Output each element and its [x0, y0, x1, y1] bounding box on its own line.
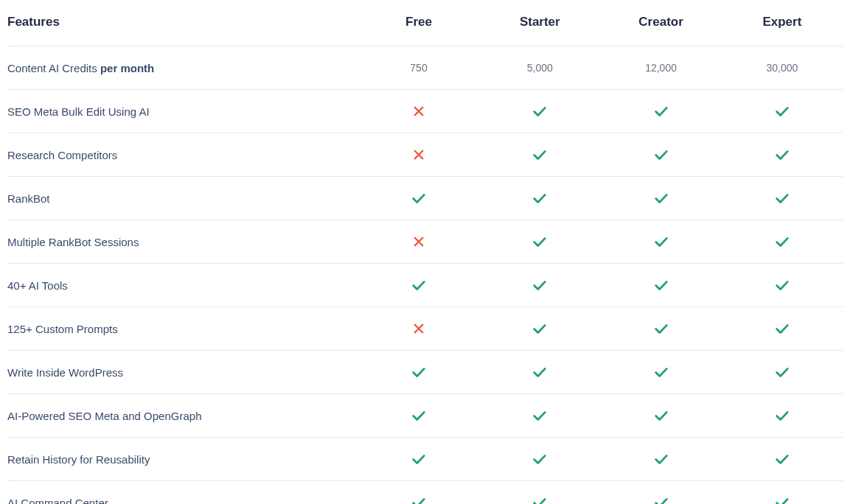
feature-label-text: Write Inside WordPress: [7, 366, 123, 379]
plan-cell: [600, 264, 721, 307]
check-icon: [774, 277, 790, 293]
table-row: SEO Meta Bulk Edit Using AI: [7, 90, 843, 133]
check-icon: [774, 190, 790, 206]
check-icon: [532, 103, 548, 119]
features-header: Features: [7, 7, 358, 46]
feature-label: 40+ AI Tools: [7, 264, 358, 307]
check-icon: [532, 277, 548, 293]
table-row: 125+ Custom Prompts: [7, 307, 843, 351]
feature-label-text: Multiple RankBot Sessions: [7, 236, 139, 248]
plan-cell: [358, 394, 479, 438]
check-icon: [774, 103, 790, 119]
table-row: Research Competitors: [7, 133, 843, 177]
plan-header-creator: Creator: [600, 7, 721, 46]
plan-cell: 30,000: [722, 46, 843, 90]
feature-label: Multiple RankBot Sessions: [7, 220, 358, 264]
table-row: 40+ AI Tools: [7, 264, 843, 307]
table-row: Multiple RankBot Sessions: [7, 220, 843, 264]
check-icon: [774, 494, 790, 504]
check-icon: [653, 277, 669, 293]
feature-label-text: 125+ Custom Prompts: [7, 323, 118, 335]
check-icon: [411, 407, 427, 424]
check-icon: [411, 494, 427, 504]
check-icon: [532, 147, 548, 163]
feature-label: Research Competitors: [7, 133, 358, 177]
plan-cell: [600, 177, 721, 220]
plan-header-starter: Starter: [479, 7, 600, 46]
plan-cell: [479, 481, 600, 505]
cross-icon: [412, 235, 425, 248]
plan-cell-value: 30,000: [766, 62, 798, 74]
plan-cell: [722, 307, 843, 351]
check-icon: [411, 451, 427, 467]
table-row: Content AI Credits per month7505,00012,0…: [7, 46, 843, 90]
check-icon: [653, 234, 669, 250]
check-icon: [411, 190, 427, 206]
table-row: AI Command Center: [7, 481, 843, 505]
plan-cell: [600, 220, 721, 264]
feature-label: RankBot: [7, 177, 358, 220]
plan-cell: [358, 133, 479, 177]
plan-cell: [722, 438, 843, 481]
feature-label-text: RankBot: [7, 192, 50, 205]
check-icon: [532, 364, 548, 380]
check-icon: [774, 234, 790, 250]
feature-label: SEO Meta Bulk Edit Using AI: [7, 90, 358, 133]
check-icon: [774, 451, 790, 467]
check-icon: [653, 190, 669, 206]
feature-label: AI Command Center: [7, 481, 358, 505]
check-icon: [653, 103, 669, 119]
plan-cell: [479, 307, 600, 351]
pricing-feature-table: Features Free Starter Creator Expert Con…: [7, 7, 843, 504]
plan-cell: [358, 177, 479, 220]
check-icon: [774, 364, 790, 380]
check-icon: [411, 364, 427, 380]
feature-label-text: SEO Meta Bulk Edit Using AI: [7, 105, 150, 118]
feature-label: AI-Powered SEO Meta and OpenGraph: [7, 394, 358, 438]
cross-icon: [412, 148, 425, 161]
plan-cell: [722, 133, 843, 177]
check-icon: [774, 321, 790, 337]
plan-cell: [479, 90, 600, 133]
plan-cell-value: 750: [410, 62, 427, 74]
plan-cell: [722, 351, 843, 394]
plan-cell: [358, 264, 479, 307]
plan-cell: [600, 90, 721, 133]
plan-cell: [722, 220, 843, 264]
plan-header-expert: Expert: [722, 7, 843, 46]
check-icon: [774, 147, 790, 163]
plan-cell: [722, 177, 843, 220]
plan-cell: [600, 307, 721, 351]
plan-cell: [358, 481, 479, 505]
check-icon: [532, 494, 548, 504]
feature-label-text: Retain History for Reusability: [7, 453, 150, 466]
check-icon: [532, 451, 548, 467]
plan-cell: [600, 438, 721, 481]
feature-label: Retain History for Reusability: [7, 438, 358, 481]
feature-label: Content AI Credits per month: [7, 46, 358, 90]
check-icon: [532, 407, 548, 424]
plan-cell: [358, 351, 479, 394]
plan-cell: [479, 351, 600, 394]
plan-cell: [722, 481, 843, 505]
plan-cell: [358, 220, 479, 264]
plan-header-free: Free: [358, 7, 479, 46]
check-icon: [411, 277, 427, 293]
check-icon: [774, 407, 790, 424]
plan-cell: [722, 90, 843, 133]
check-icon: [653, 364, 669, 380]
plan-cell: [600, 133, 721, 177]
table-row: AI-Powered SEO Meta and OpenGraph: [7, 394, 843, 438]
plan-cell: [479, 133, 600, 177]
plan-cell-value: 12,000: [645, 62, 677, 74]
plan-cell: [479, 438, 600, 481]
plan-cell: 750: [358, 46, 479, 90]
check-icon: [653, 494, 669, 504]
plan-cell: [479, 264, 600, 307]
feature-label: 125+ Custom Prompts: [7, 307, 358, 351]
plan-cell: 5,000: [479, 46, 600, 90]
plan-cell: [479, 177, 600, 220]
plan-cell: 12,000: [600, 46, 721, 90]
check-icon: [653, 451, 669, 467]
feature-label-bold: per month: [100, 62, 154, 74]
